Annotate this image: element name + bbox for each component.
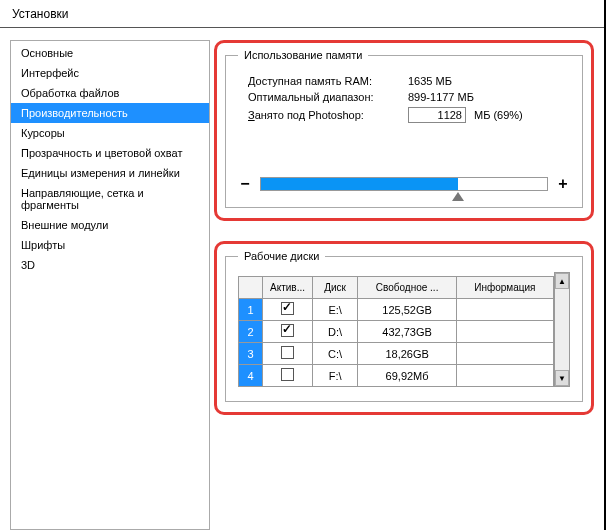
disks-group: Рабочие диски Актив... Диск Свободное ..…: [225, 250, 583, 402]
table-row[interactable]: 4 F:\ 69,92Мб: [239, 365, 554, 387]
row-index: 3: [239, 343, 263, 365]
col-disk[interactable]: Диск: [313, 277, 358, 299]
sidebar-item-general[interactable]: Основные: [11, 43, 209, 63]
sidebar-item-interface[interactable]: Интерфейс: [11, 63, 209, 83]
memory-group: Использование памяти Доступная память RA…: [225, 49, 583, 208]
disk-free: 69,92Мб: [358, 365, 457, 387]
memory-minus-button[interactable]: −: [238, 175, 252, 193]
sidebar-item-transparency[interactable]: Прозрачность и цветовой охват: [11, 143, 209, 163]
disk-info: [456, 299, 553, 321]
sidebar-item-plugins[interactable]: Внешние модули: [11, 215, 209, 235]
col-active[interactable]: Актив...: [263, 277, 313, 299]
title-bar: Установки: [0, 0, 604, 28]
preferences-window: Установки Основные Интерфейс Обработка ф…: [0, 0, 606, 530]
sidebar-item-units[interactable]: Единицы измерения и линейки: [11, 163, 209, 183]
disks-legend: Рабочие диски: [238, 250, 325, 262]
content-area: Основные Интерфейс Обработка файлов Прои…: [0, 28, 604, 530]
active-checkbox[interactable]: [281, 324, 294, 337]
table-row[interactable]: 3 C:\ 18,26GB: [239, 343, 554, 365]
disks-table: Актив... Диск Свободное ... Информация 1: [238, 276, 554, 387]
active-checkbox[interactable]: [281, 302, 294, 315]
disk-free: 125,52GB: [358, 299, 457, 321]
memory-slider-thumb[interactable]: [452, 192, 464, 201]
disk-name: D:\: [313, 321, 358, 343]
category-sidebar: Основные Интерфейс Обработка файлов Прои…: [10, 40, 210, 530]
used-ram-unit: МБ (69%): [474, 109, 523, 121]
memory-slider-row: − +: [238, 175, 570, 193]
table-row[interactable]: 2 D:\ 432,73GB: [239, 321, 554, 343]
disk-name: F:\: [313, 365, 358, 387]
table-row[interactable]: 1 E:\ 125,52GB: [239, 299, 554, 321]
memory-plus-button[interactable]: +: [556, 175, 570, 193]
window-title: Установки: [12, 7, 68, 21]
active-checkbox[interactable]: [281, 368, 294, 381]
sidebar-item-3d[interactable]: 3D: [11, 255, 209, 275]
row-index: 4: [239, 365, 263, 387]
col-free[interactable]: Свободное ...: [358, 277, 457, 299]
highlight-memory: Использование памяти Доступная память RA…: [214, 40, 594, 221]
disks-scrollbar[interactable]: ▲ ▼: [554, 272, 570, 387]
sidebar-item-performance[interactable]: Производительность: [11, 103, 209, 123]
col-info[interactable]: Информация: [456, 277, 553, 299]
optimal-range-label: Оптимальный диапазон:: [238, 91, 398, 103]
disks-header-row: Актив... Диск Свободное ... Информация: [239, 277, 554, 299]
sidebar-item-guides[interactable]: Направляющие, сетка и фрагменты: [11, 183, 209, 215]
disk-free: 18,26GB: [358, 343, 457, 365]
sidebar-item-cursors[interactable]: Курсоры: [11, 123, 209, 143]
col-blank[interactable]: [239, 277, 263, 299]
scroll-up-icon[interactable]: ▲: [555, 273, 569, 289]
memory-slider[interactable]: [260, 177, 548, 191]
disk-free: 432,73GB: [358, 321, 457, 343]
memory-slider-fill: [261, 178, 458, 190]
main-panel: Использование памяти Доступная память RA…: [214, 40, 594, 518]
highlight-disks: Рабочие диски Актив... Диск Свободное ..…: [214, 241, 594, 415]
used-ram-input[interactable]: [408, 107, 466, 123]
sidebar-item-type[interactable]: Шрифты: [11, 235, 209, 255]
disk-info: [456, 343, 553, 365]
sidebar-item-file-handling[interactable]: Обработка файлов: [11, 83, 209, 103]
memory-legend: Использование памяти: [238, 49, 368, 61]
used-ram-label: Занято под Photoshop:: [238, 109, 398, 121]
row-index: 1: [239, 299, 263, 321]
disk-name: E:\: [313, 299, 358, 321]
active-checkbox[interactable]: [281, 346, 294, 359]
scroll-down-icon[interactable]: ▼: [555, 370, 569, 386]
available-ram-value: 1635 МБ: [408, 75, 570, 87]
optimal-range-value: 899-1177 МБ: [408, 91, 570, 103]
disk-name: C:\: [313, 343, 358, 365]
row-index: 2: [239, 321, 263, 343]
disk-info: [456, 365, 553, 387]
disk-info: [456, 321, 553, 343]
available-ram-label: Доступная память RAM:: [238, 75, 398, 87]
